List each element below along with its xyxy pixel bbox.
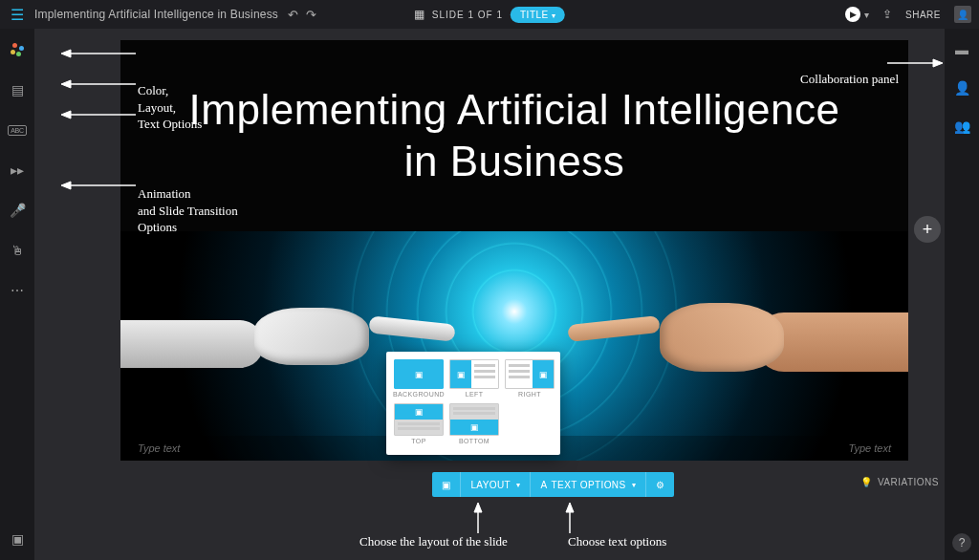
svg-marker-13 (566, 503, 574, 512)
svg-marker-7 (61, 182, 71, 189)
arrow-icon (562, 503, 577, 535)
camera-icon: ▣ (415, 407, 424, 417)
chevron-down-icon: ▾ (516, 481, 520, 489)
layout-tool[interactable]: ▤ (6, 80, 29, 99)
layout-option-label: BACKGROUND (393, 391, 445, 398)
camera-icon: ▣ (415, 370, 424, 379)
slide-type-label: TITLE (520, 10, 549, 20)
collaborators-tool[interactable]: 👤 (950, 78, 973, 97)
text-tool[interactable]: ABC (6, 120, 29, 140)
record-tool[interactable]: 🎤 (6, 201, 29, 220)
present-menu-caret-icon[interactable]: ▾ (864, 10, 869, 20)
undo-redo-group: ↶ ↷ (288, 8, 316, 22)
slide-grid-icon[interactable]: ▦ (414, 8, 424, 21)
topbar: ☰ Implementing Artificial Intelligence i… (0, 0, 979, 29)
undo-icon[interactable]: ↶ (288, 8, 298, 22)
topbar-center: ▦ SLIDE 1 OF 1 TITLE▾ (414, 7, 565, 23)
footer-right-placeholder[interactable]: Type text (849, 442, 891, 454)
hero-title-block[interactable]: Implementing Artificial Intelligence in … (120, 40, 908, 231)
color-tool[interactable] (6, 40, 29, 59)
share-icon[interactable]: ⇪ (882, 8, 892, 21)
variations-label: VARIATIONS (878, 477, 939, 487)
robot-hand-graphic (120, 274, 407, 398)
present-button[interactable]: ▶ (845, 7, 860, 22)
note-icon: ▣ (11, 531, 24, 547)
layout-icon: ▤ (11, 82, 24, 97)
svg-marker-3 (61, 80, 71, 88)
more-tool[interactable]: ⋯ (6, 281, 29, 300)
lightbulb-icon: 💡 (860, 477, 873, 487)
camera-icon: ▣ (457, 370, 466, 379)
text-icon: A (540, 480, 547, 490)
left-toolbar: ▤ ABC ▸▸ 🎤 🖱 ⋯ ▣ (0, 29, 34, 560)
comment-icon: ▬ (955, 42, 968, 57)
camera-icon: ▣ (470, 422, 479, 432)
svg-marker-11 (474, 503, 482, 512)
clicker-tool[interactable]: 🖱 (6, 241, 29, 260)
animation-icon: ▸▸ (11, 162, 24, 178)
animation-tool[interactable]: ▸▸ (6, 161, 29, 180)
settings-button[interactable]: ⚙ (646, 472, 674, 497)
chevron-down-icon: ▾ (632, 481, 636, 489)
layout-option-top[interactable]: ▣ TOP (394, 403, 444, 442)
stage-wrap: Implementing Artificial Intelligence in … (34, 29, 945, 560)
add-slide-button[interactable]: + (914, 216, 941, 243)
layout-option-label: RIGHT (518, 391, 541, 398)
svg-marker-5 (61, 111, 71, 118)
image-button[interactable]: ▣ (432, 472, 461, 497)
slide-counter: SLIDE 1 OF 1 (432, 10, 503, 20)
comments-tool[interactable]: ▬ (950, 40, 973, 59)
camera-icon: ▣ (539, 370, 548, 379)
layout-option-right[interactable]: ▣ RIGHT (505, 359, 555, 398)
footer-left-placeholder[interactable]: Type text (138, 442, 180, 454)
hamburger-menu-icon[interactable]: ☰ (8, 6, 27, 24)
user-avatar-icon[interactable]: 👤 (954, 6, 971, 23)
topbar-right: ▶ ▾ ⇪ SHARE 👤 (845, 6, 971, 23)
document-title[interactable]: Implementing Artificial Intelligence in … (34, 8, 278, 21)
help-button[interactable]: ? (952, 533, 971, 552)
layout-option-label: TOP (411, 438, 425, 444)
layout-option-label: BOTTOM (459, 438, 490, 444)
user-icon: 👤 (954, 80, 970, 96)
microphone-icon: 🎤 (10, 203, 26, 218)
annotation-choose-layout: Choose the layout of the slide (359, 533, 541, 550)
human-hand-graphic (621, 274, 908, 398)
layout-popover: ▣ BACKGROUND ▣ LEFT ▣ RIGHT ▣ TOP (386, 352, 560, 455)
camera-icon: ▣ (442, 480, 450, 490)
invite-tool[interactable]: 👥 (950, 117, 973, 136)
layout-option-left[interactable]: ▣ LEFT (449, 359, 499, 398)
more-icon: ⋯ (11, 283, 24, 298)
variations-button[interactable]: 💡 VARIATIONS (860, 477, 939, 487)
gear-icon: ⚙ (656, 480, 664, 490)
help-icon: ? (959, 536, 966, 549)
svg-marker-1 (61, 50, 71, 57)
notes-tool[interactable]: ▣ (6, 529, 29, 549)
annotation-choose-text: Choose text options (568, 533, 711, 550)
abc-icon: ABC (8, 125, 27, 136)
redo-icon[interactable]: ↷ (306, 8, 316, 22)
share-button[interactable]: SHARE (905, 10, 941, 20)
slide-type-pill[interactable]: TITLE▾ (511, 7, 565, 23)
layout-label: LAYOUT (470, 480, 511, 490)
hero-title-text: Implementing Artificial Intelligence in … (178, 84, 851, 186)
plus-icon: + (923, 220, 933, 240)
slide-bottom-toolbar: ▣ LAYOUT▾ ATEXT OPTIONS▾ ⚙ (432, 472, 674, 497)
layout-option-bottom[interactable]: ▣ BOTTOM (449, 403, 499, 442)
chevron-down-icon: ▾ (552, 11, 556, 20)
add-user-icon: 👥 (954, 118, 970, 134)
layout-option-background[interactable]: ▣ BACKGROUND (394, 359, 444, 398)
svg-marker-9 (933, 59, 943, 67)
text-options-label: TEXT OPTIONS (552, 480, 626, 490)
layout-dropdown[interactable]: LAYOUT▾ (461, 472, 531, 497)
text-options-dropdown[interactable]: ATEXT OPTIONS▾ (531, 472, 645, 497)
arrow-icon (470, 503, 486, 535)
mouse-icon: 🖱 (11, 243, 24, 258)
layout-option-label: LEFT (466, 391, 484, 398)
right-toolbar: ▬ 👤 👥 (945, 29, 979, 560)
main-area: ▤ ABC ▸▸ 🎤 🖱 ⋯ ▣ Implementing Artificial… (0, 29, 979, 560)
palette-icon (11, 43, 24, 56)
